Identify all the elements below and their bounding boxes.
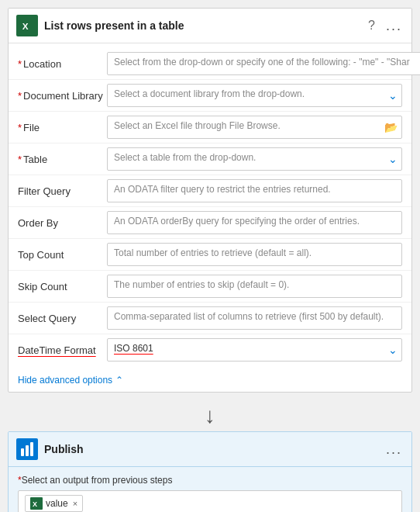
tag-label: value [46,498,68,509]
skip-count-label: Skip Count [18,281,107,292]
location-input[interactable]: Select from the drop-down or specify one… [107,52,420,75]
order-by-field-row: Order By An ODATA orderBy query for spec… [9,207,411,239]
top-count-field-row: Top Count Total number of entries to ret… [9,239,411,271]
file-input[interactable]: Select an Excel file through File Browse… [107,116,402,139]
svg-text:X: X [22,21,29,31]
excel-tag-icon: X [30,497,43,510]
publish-card: Publish ... *Select an output from previ… [8,431,412,512]
down-arrow-icon: ↓ [205,405,215,427]
datetime-format-input[interactable]: ISO 8601 [107,338,402,362]
location-label: Location [18,58,107,70]
list-rows-title: List rows present in a table [44,19,367,32]
publish-header: Publish ... [9,432,411,467]
publish-body: *Select an output from previous steps X … [9,467,411,512]
filter-query-input[interactable]: An ODATA filter query to restrict the en… [107,179,402,202]
file-label: File [18,122,107,133]
table-field-row: Table Select a table from the drop-down.… [9,144,411,175]
select-query-input[interactable]: Comma-separated list of columns to retri… [107,306,402,330]
order-by-label: Order By [18,217,107,229]
svg-rect-4 [30,442,33,456]
publish-more-button[interactable]: ... [384,440,404,459]
location-input-wrap[interactable]: Select from the drop-down or specify one… [107,52,420,75]
list-rows-header: X List rows present in a table ? ... [9,9,411,43]
order-by-input-wrap[interactable]: An ODATA orderBy query for specifying th… [107,211,402,234]
skip-count-input[interactable]: The number of entries to skip (default =… [107,275,402,298]
table-input[interactable]: Select a table from the drop-down. [107,147,402,171]
svg-rect-2 [21,448,24,456]
file-input-wrap[interactable]: Select an Excel file through File Browse… [107,116,402,139]
location-field-row: Location Select from the drop-down or sp… [9,48,411,80]
svg-text:X: X [33,500,37,508]
top-count-input-wrap[interactable]: Total number of entries to retrieve (def… [107,243,402,266]
publish-title: Publish [44,443,384,455]
datetime-format-value: ISO 8601 [114,343,153,354]
filter-query-field-row: Filter Query An ODATA filter query to re… [9,175,411,207]
more-button[interactable]: ... [384,16,404,36]
datetime-format-label: DateTime Format [18,344,107,356]
order-by-input[interactable]: An ODATA orderBy query for specifying th… [107,211,402,234]
select-query-label: Select Query [18,313,107,324]
document-library-field-row: Document Library Select a document libra… [9,80,411,112]
excel-icon: X [16,15,38,36]
svg-rect-3 [26,445,29,456]
table-label: Table [18,154,107,165]
document-library-input[interactable]: Select a document library from the drop-… [107,84,402,107]
publish-icon [16,438,38,460]
filter-query-label: Filter Query [18,185,107,197]
filter-query-input-wrap[interactable]: An ODATA filter query to restrict the en… [107,179,402,202]
arrow-connector: ↓ [0,400,420,431]
select-query-input-wrap[interactable]: Comma-separated list of columns to retri… [107,306,402,330]
datetime-format-field-row: DateTime Format ISO 8601 ⌄ [9,334,411,365]
datetime-format-input-wrap[interactable]: ISO 8601 ⌄ [107,338,402,362]
file-field-row: File Select an Excel file through File B… [9,112,411,144]
output-input-box[interactable]: X value × [18,490,402,512]
top-count-input[interactable]: Total number of entries to retrieve (def… [107,243,402,266]
hide-advanced-options[interactable]: Hide advanced options ⌃ [9,370,411,392]
help-button[interactable]: ? [367,17,377,34]
select-output-label: *Select an output from previous steps [18,475,402,486]
list-rows-body: Location Select from the drop-down or sp… [9,43,411,370]
tag-close-button[interactable]: × [73,499,77,508]
table-input-wrap[interactable]: Select a table from the drop-down. ⌄ [107,147,402,171]
datetime-format-label-text: DateTime Format [18,344,96,356]
list-rows-card: X List rows present in a table ? ... Loc… [8,8,412,393]
value-tag: X value × [25,495,83,512]
header-actions: ? ... [367,16,404,36]
document-library-label: Document Library [18,90,107,102]
document-library-input-wrap[interactable]: Select a document library from the drop-… [107,84,402,107]
skip-count-field-row: Skip Count The number of entries to skip… [9,271,411,303]
select-query-field-row: Select Query Comma-separated list of col… [9,303,411,334]
top-count-label: Top Count [18,249,107,261]
hide-advanced-label: Hide advanced options [18,375,112,386]
skip-count-input-wrap[interactable]: The number of entries to skip (default =… [107,275,402,298]
hide-advanced-chevron-icon: ⌃ [115,375,123,386]
